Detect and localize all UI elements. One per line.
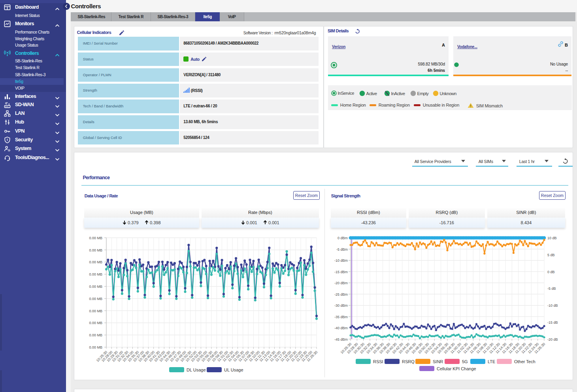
svg-text:-10 dB: -10 dB — [547, 304, 558, 308]
svg-text:-15 dB: -15 dB — [547, 321, 558, 324]
svg-text:0.00 MB: 0.00 MB — [89, 345, 102, 349]
svg-text:Cellular KPI Change: Cellular KPI Change — [437, 366, 476, 371]
svg-text:-45 dBm: -45 dBm — [334, 338, 348, 341]
svg-text:RSRQ: RSRQ — [402, 359, 415, 364]
svg-text:0.00 MB: 0.00 MB — [89, 248, 102, 252]
svg-text:0 dB: 0 dB — [547, 270, 555, 274]
svg-text:LTE: LTE — [488, 359, 495, 364]
svg-text:0.00 MB: 0.00 MB — [89, 285, 102, 289]
svg-text:0.00 MB: 0.00 MB — [89, 297, 102, 301]
svg-text:-25 dBm: -25 dBm — [334, 293, 348, 296]
svg-text:5G: 5G — [462, 359, 468, 364]
svg-text:-40 dBm: -40 dBm — [334, 326, 348, 330]
svg-text:Other Tech: Other Tech — [514, 359, 536, 364]
svg-text:-20 dBm: -20 dBm — [334, 281, 348, 285]
svg-text:UL Usage: UL Usage — [224, 368, 243, 372]
svg-text:0 dBm: 0 dBm — [338, 236, 348, 240]
svg-text:-5 dBm: -5 dBm — [336, 248, 348, 251]
svg-text:0.00 MB: 0.00 MB — [89, 272, 102, 276]
svg-text:-35 dBm: -35 dBm — [334, 315, 348, 319]
svg-text:-30 dBm: -30 dBm — [334, 304, 348, 308]
svg-text:SINR: SINR — [433, 359, 443, 364]
svg-text:RSSI: RSSI — [373, 359, 383, 364]
svg-text:-5 dB: -5 dB — [547, 287, 556, 291]
svg-text:DL Usage: DL Usage — [187, 368, 206, 372]
svg-text:0.00 MB: 0.00 MB — [89, 321, 102, 325]
svg-text:0.00 MB: 0.00 MB — [89, 260, 102, 264]
svg-text:0.00 MB: 0.00 MB — [89, 309, 102, 313]
svg-text:0.00 MB: 0.00 MB — [89, 333, 102, 337]
svg-text:-20 dB: -20 dB — [547, 338, 558, 341]
svg-text:10 dB: 10 dB — [547, 236, 557, 240]
svg-text:5 dB: 5 dB — [547, 253, 555, 257]
svg-text:-10 dBm: -10 dBm — [334, 259, 348, 263]
svg-text:-15 dBm: -15 dBm — [334, 270, 348, 274]
svg-text:0.00 MB: 0.00 MB — [89, 236, 102, 240]
